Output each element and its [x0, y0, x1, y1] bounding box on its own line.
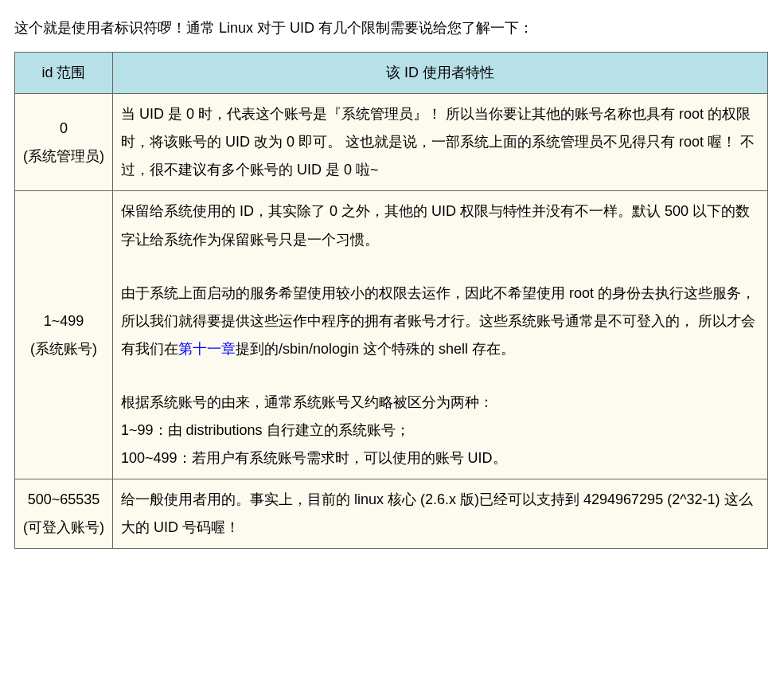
header-id-range: id 范围 [15, 53, 113, 94]
table-row: 500~65535 (可登入账号) 给一般使用者用的。事实上，目前的 linux… [15, 479, 768, 549]
table-row: 1~499 (系统账号) 保留给系统使用的 ID，其实除了 0 之外，其他的 U… [15, 191, 768, 479]
range-cell: 1~499 (系统账号) [15, 191, 113, 479]
desc-para-list: 根据系统账号的由来，通常系统账号又约略被区分为两种：1~99：由 distrib… [121, 389, 759, 472]
range-cell: 500~65535 (可登入账号) [15, 479, 113, 549]
table-row: 0 (系统管理员) 当 UID 是 0 时，代表这个账号是『系统管理员』！ 所以… [15, 94, 768, 191]
desc-cell: 保留给系统使用的 ID，其实除了 0 之外，其他的 UID 权限与特性并没有不一… [113, 191, 768, 479]
header-user-feature: 该 ID 使用者特性 [113, 53, 768, 94]
intro-text: 这个就是使用者标识符啰！通常 Linux 对于 UID 有几个限制需要说给您了解… [14, 14, 768, 42]
range-cell: 0 (系统管理员) [15, 94, 113, 191]
desc-para-with-link: 由于系统上面启动的服务希望使用较小的权限去运作，因此不希望使用 root 的身份… [121, 280, 759, 363]
uid-table: id 范围 该 ID 使用者特性 0 (系统管理员) 当 UID 是 0 时，代… [14, 52, 768, 549]
chapter-11-link[interactable]: 第十一章 [178, 341, 236, 357]
desc-cell: 当 UID 是 0 时，代表这个账号是『系统管理员』！ 所以当你要让其他的账号名… [113, 94, 768, 191]
desc-cell: 给一般使用者用的。事实上，目前的 linux 核心 (2.6.x 版)已经可以支… [113, 479, 768, 549]
